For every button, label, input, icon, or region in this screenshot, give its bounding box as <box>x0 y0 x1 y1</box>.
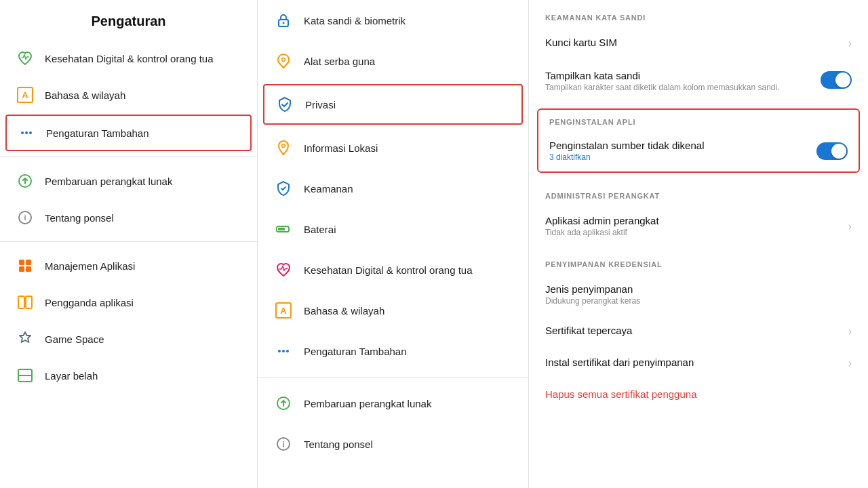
right-item-unknown-source[interactable]: Penginstalan sumber tidak dikenal 3 diak… <box>538 130 859 171</box>
trusted-cert-chevron: › <box>848 325 852 338</box>
right-item-install-cert[interactable]: Instal sertifikat dari penyimpanan › <box>529 347 868 379</box>
sidebar-item-extra-settings[interactable]: Pengaturan Tambahan <box>5 115 252 151</box>
mid-language-icon: A <box>274 301 293 320</box>
mid-item-battery[interactable]: Baterai <box>258 209 528 249</box>
right-item-sim-lock[interactable]: Kunci kartu SIM › <box>529 27 868 59</box>
page-title: Pengaturan <box>0 0 257 40</box>
mid-software-update-icon <box>274 394 293 413</box>
divider-2 <box>0 241 257 242</box>
mid-item-security[interactable]: Keamanan <box>258 168 528 209</box>
svg-point-1 <box>25 131 28 134</box>
mid-item-utility[interactable]: Alat serba guna <box>258 41 528 81</box>
svg-text:i: i <box>282 440 284 449</box>
sidebar-item-split-screen[interactable]: Layar belah <box>0 357 257 394</box>
left-panel: Pengaturan Kesehatan Digital & kontrol o… <box>0 0 258 488</box>
sim-lock-chevron: › <box>848 37 852 49</box>
sidebar-item-extra-settings-label: Pengaturan Tambahan <box>46 127 149 139</box>
mid-item-security-label: Keamanan <box>304 183 353 195</box>
svg-point-15 <box>283 22 285 24</box>
storage-type-title: Jenis penyimpanan <box>545 283 852 295</box>
mid-item-software-update[interactable]: Pembaruan perangkat lunak <box>258 383 528 424</box>
mid-extra-settings-icon <box>274 342 293 361</box>
show-password-toggle[interactable] <box>821 71 852 89</box>
right-item-admin-apps[interactable]: Aplikasi admin perangkat Tidak ada aplik… <box>529 205 868 247</box>
right-item-trusted-cert[interactable]: Sertifikat tepercaya › <box>529 315 868 347</box>
svg-rect-8 <box>19 266 24 272</box>
svg-point-20 <box>278 350 281 352</box>
admin-apps-chevron: › <box>848 220 852 232</box>
svg-point-17 <box>282 144 285 148</box>
sidebar-item-app-management[interactable]: Manajemen Aplikasi <box>0 247 257 284</box>
mid-item-privacy-label: Privasi <box>305 99 336 110</box>
sidebar-item-game-space-label: Game Space <box>45 333 104 345</box>
mid-item-privacy[interactable]: Privasi <box>263 84 523 125</box>
install-cert-chevron: › <box>848 357 852 369</box>
mid-item-digital-health[interactable]: Kesehatan Digital & kontrol orang tua <box>258 249 528 290</box>
trusted-cert-content: Sertifikat tepercaya <box>545 325 843 338</box>
sidebar-item-app-clone-label: Pengganda aplikasi <box>45 297 134 308</box>
section-header-password-security: KEAMANAN KATA SANDI <box>529 0 868 27</box>
split-screen-icon <box>16 367 34 384</box>
security-icon <box>274 179 293 198</box>
mid-item-location-label: Informasi Lokasi <box>304 142 378 154</box>
section-header-device-admin: ADMINISTRASI PERANGKAT <box>529 178 868 205</box>
mid-item-extra-settings-label: Pengaturan Tambahan <box>304 346 407 357</box>
unknown-source-title: Penginstalan sumber tidak dikenal <box>549 140 816 151</box>
mid-item-extra-settings[interactable]: Pengaturan Tambahan <box>258 331 528 371</box>
mid-item-battery-label: Baterai <box>304 224 336 235</box>
right-item-storage-type[interactable]: Jenis penyimpanan Didukung perangkat ker… <box>529 274 868 315</box>
sidebar-item-language[interactable]: A Bahasa & wilayah <box>0 77 257 113</box>
show-password-title: Tampilkan kata sandi <box>545 70 821 81</box>
sim-lock-content: Kunci kartu SIM <box>545 37 843 49</box>
svg-rect-6 <box>19 260 24 265</box>
digital-health-icon <box>274 260 293 279</box>
unknown-source-toggle-knob <box>831 144 846 159</box>
install-cert-content: Instal sertifikat dari penyimpanan <box>545 357 843 369</box>
mid-item-language[interactable]: A Bahasa & wilayah <box>258 290 528 331</box>
svg-rect-7 <box>26 260 31 265</box>
trusted-cert-title: Sertifikat tepercaya <box>545 325 843 336</box>
game-space-icon <box>16 330 34 348</box>
right-item-delete-cert[interactable]: Hapus semua sertifikat pengguna <box>529 379 868 411</box>
sidebar-item-app-clone[interactable]: Pengganda aplikasi <box>0 284 257 321</box>
divider-1 <box>0 157 257 157</box>
sidebar-item-digital-health[interactable]: Kesehatan Digital & kontrol orang tua <box>0 40 257 77</box>
storage-type-content: Jenis penyimpanan Didukung perangkat ker… <box>545 283 852 306</box>
show-password-subtitle: Tampilkan karakter saat diketik dalam ko… <box>545 83 821 92</box>
right-item-show-password[interactable]: Tampilkan kata sandi Tampilkan karakter … <box>529 59 868 103</box>
section-header-app-install: PENGINSTALAN APLI <box>538 110 859 130</box>
sidebar-item-software-update[interactable]: Pembaruan perangkat lunak <box>0 163 257 199</box>
privacy-icon <box>275 95 294 114</box>
section-header-credentials: PENYIMPANAN KREDENSIAL <box>529 247 868 274</box>
mid-panel: Kata sandi & biometrik Alat serba guna P… <box>258 0 529 488</box>
install-cert-title: Instal sertifikat dari penyimpanan <box>545 357 843 368</box>
heart-icon <box>16 49 34 67</box>
delete-cert-title: Hapus semua sertifikat pengguna <box>545 388 852 400</box>
location-icon <box>274 138 293 157</box>
mid-item-about[interactable]: i Tentang ponsel <box>258 424 528 464</box>
utility-icon <box>274 52 293 70</box>
password-icon <box>274 11 293 30</box>
mid-item-location[interactable]: Informasi Lokasi <box>258 127 528 168</box>
mid-item-password[interactable]: Kata sandi & biometrik <box>258 0 528 41</box>
mid-divider-1 <box>258 377 528 378</box>
mid-item-utility-label: Alat serba guna <box>304 56 375 67</box>
mid-item-language-label: Bahasa & wilayah <box>304 305 384 317</box>
show-password-toggle-knob <box>835 73 850 87</box>
right-panel: KEAMANAN KATA SANDI Kunci kartu SIM › Ta… <box>529 0 868 488</box>
svg-point-0 <box>21 131 24 134</box>
storage-type-subtitle: Didukung perangkat keras <box>545 296 852 306</box>
svg-rect-10 <box>18 296 24 308</box>
section-credentials: PENYIMPANAN KREDENSIAL Jenis penyimpanan… <box>529 247 868 411</box>
sidebar-item-about[interactable]: i Tentang ponsel <box>0 199 257 236</box>
unknown-source-toggle[interactable] <box>816 142 848 160</box>
unknown-source-content: Penginstalan sumber tidak dikenal 3 diak… <box>549 140 816 162</box>
section-password-security: KEAMANAN KATA SANDI Kunci kartu SIM › Ta… <box>529 0 868 103</box>
section-app-install: PENGINSTALAN APLI Penginstalan sumber ti… <box>537 108 860 173</box>
sidebar-item-language-label: Bahasa & wilayah <box>45 89 125 101</box>
sidebar-item-about-label: Tentang ponsel <box>45 212 114 224</box>
sidebar-item-game-space[interactable]: Game Space <box>0 321 257 357</box>
mid-item-about-label: Tentang ponsel <box>304 439 373 450</box>
mid-about-icon: i <box>274 434 293 453</box>
svg-point-16 <box>282 58 285 62</box>
